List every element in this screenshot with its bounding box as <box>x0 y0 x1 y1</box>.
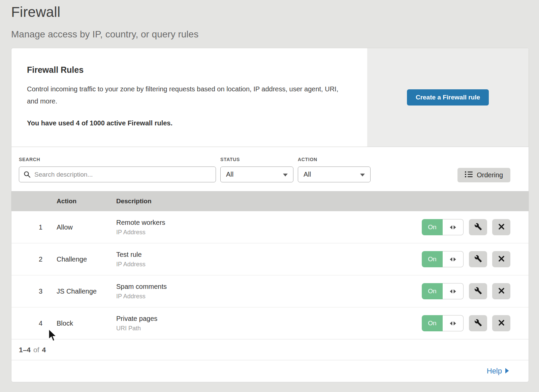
action-selected-value: All <box>304 171 311 178</box>
ordering-button-label: Ordering <box>477 171 503 179</box>
help-link-label: Help <box>487 367 502 375</box>
status-label: STATUS <box>220 157 293 162</box>
status-selected-value: All <box>226 171 233 178</box>
rule-enabled-toggle[interactable]: On <box>422 315 464 331</box>
rule-match-type: IP Address <box>116 261 422 268</box>
left-right-arrows-icon <box>443 251 464 267</box>
toggle-on-label: On <box>422 283 443 299</box>
pagination-total: 4 <box>42 346 46 354</box>
help-link[interactable]: Help <box>487 367 509 375</box>
rule-description: Private pages URI Path <box>116 315 422 332</box>
card-description: Control incoming traffic to your zone by… <box>27 83 340 107</box>
edit-rule-button[interactable] <box>469 251 487 267</box>
rule-description-title: Private pages <box>116 315 422 323</box>
rule-controls: On <box>422 219 529 235</box>
delete-rule-button[interactable] <box>492 315 510 331</box>
page-header: Firewall Manage access by IP, country, o… <box>0 0 539 40</box>
card-footer: Help <box>11 360 529 382</box>
wrench-icon <box>474 287 482 296</box>
rule-enabled-toggle[interactable]: On <box>422 219 464 235</box>
x-icon <box>498 223 505 231</box>
rule-controls: On <box>422 315 529 331</box>
card-heading: Firewall Rules <box>27 65 340 75</box>
rule-enabled-toggle[interactable]: On <box>422 283 464 299</box>
rule-description: Remote workers IP Address <box>116 219 422 236</box>
action-select[interactable]: All <box>298 167 371 182</box>
toggle-on-label: On <box>422 219 443 235</box>
status-select[interactable]: All <box>220 167 293 182</box>
edit-rule-button[interactable] <box>469 219 487 235</box>
card-action-panel: Create a Firewall rule <box>367 48 529 147</box>
pagination: 1–4 of 4 <box>11 339 529 360</box>
rule-description-title: Test rule <box>116 251 422 259</box>
rule-description-title: Spam comments <box>116 283 422 291</box>
rule-description: Spam comments IP Address <box>116 283 422 300</box>
rule-priority: 1 <box>11 223 57 231</box>
rule-match-type: URI Path <box>116 325 422 332</box>
ordering-button[interactable]: Ordering <box>457 168 510 182</box>
rule-controls: On <box>422 283 529 299</box>
rule-action: Block <box>57 320 116 327</box>
rule-priority: 3 <box>11 288 57 295</box>
rule-action: Allow <box>57 223 116 231</box>
pagination-range: 1–4 <box>19 346 31 354</box>
rule-description: Test rule IP Address <box>116 251 422 268</box>
ordered-list-icon <box>465 171 473 179</box>
rule-match-type: IP Address <box>116 229 422 236</box>
action-column-header: Action <box>57 198 116 205</box>
search-icon <box>24 171 31 179</box>
x-icon <box>498 255 505 263</box>
left-right-arrows-icon <box>443 315 464 331</box>
status-field: STATUS All <box>220 157 293 182</box>
left-right-arrows-icon <box>443 219 464 235</box>
table-row: 2 Challenge Test rule IP Address On <box>11 243 529 275</box>
pagination-of: of <box>33 346 39 354</box>
create-firewall-rule-button[interactable]: Create a Firewall rule <box>407 89 489 105</box>
rule-description-title: Remote workers <box>116 219 422 227</box>
left-right-arrows-icon <box>443 283 464 299</box>
toggle-on-label: On <box>422 251 443 267</box>
description-column-header: Description <box>116 198 529 205</box>
x-icon <box>498 288 505 295</box>
wrench-icon <box>474 319 482 328</box>
action-label: ACTION <box>298 157 371 162</box>
search-field: SEARCH <box>19 157 216 182</box>
delete-rule-button[interactable] <box>492 219 510 235</box>
page-title: Firewall <box>11 4 539 20</box>
edit-rule-button[interactable] <box>469 283 487 299</box>
rule-controls: On <box>422 251 529 267</box>
arrow-right-icon <box>505 367 509 375</box>
card-usage-count: You have used 4 of 1000 active Firewall … <box>27 119 340 127</box>
edit-rule-button[interactable] <box>469 315 487 331</box>
toggle-on-label: On <box>422 315 443 331</box>
rule-action: Challenge <box>57 255 116 263</box>
rule-match-type: IP Address <box>116 293 422 300</box>
wrench-icon <box>474 255 482 264</box>
table-row: 3 JS Challenge Spam comments IP Address … <box>11 275 529 307</box>
table-row: 1 Allow Remote workers IP Address On <box>11 211 529 243</box>
search-input-wrap <box>19 167 216 182</box>
action-field: ACTION All <box>298 157 371 182</box>
firewall-rules-card: Firewall Rules Control incoming traffic … <box>11 48 529 147</box>
page-subtitle: Manage access by IP, country, or query r… <box>11 29 539 40</box>
chevron-down-icon <box>283 171 288 178</box>
rule-action: JS Challenge <box>57 288 116 295</box>
rule-priority: 2 <box>11 255 57 263</box>
filter-bar: SEARCH STATUS All ACTION <box>11 147 529 191</box>
x-icon <box>498 320 505 327</box>
firewall-rules-card-text: Firewall Rules Control incoming traffic … <box>11 48 367 147</box>
search-input[interactable] <box>19 167 216 182</box>
delete-rule-button[interactable] <box>492 283 510 299</box>
table-row: 4 Block Private pages URI Path On <box>11 307 529 339</box>
delete-rule-button[interactable] <box>492 251 510 267</box>
rule-enabled-toggle[interactable]: On <box>422 251 464 267</box>
firewall-panel: Firewall Rules Control incoming traffic … <box>11 48 529 382</box>
table-header: Action Description <box>11 191 529 211</box>
wrench-icon <box>474 223 482 232</box>
search-label: SEARCH <box>19 157 216 162</box>
chevron-down-icon <box>360 171 365 178</box>
rule-priority: 4 <box>11 320 57 327</box>
